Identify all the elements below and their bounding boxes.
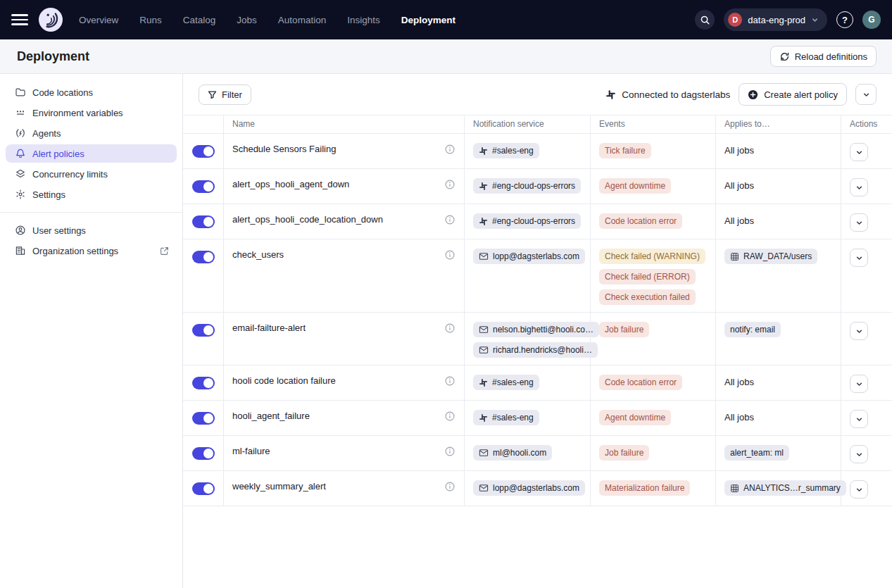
nav-item-insights[interactable]: Insights [347, 15, 380, 25]
info-icon[interactable] [444, 375, 456, 387]
sidebar-item-organization-settings[interactable]: Organization settings [6, 242, 177, 260]
nav-item-overview[interactable]: Overview [79, 15, 118, 25]
sidebar-item-concurrency-limits[interactable]: Concurrency limits [6, 165, 177, 183]
reload-definitions-button[interactable]: Reload definitions [770, 46, 877, 67]
notification-tag: lopp@dagsterlabs.com [473, 480, 585, 496]
info-icon[interactable] [444, 144, 456, 155]
row-actions-button[interactable] [850, 375, 868, 393]
row-actions-button[interactable] [850, 410, 868, 428]
sidebar-item-code-locations[interactable]: Code locations [6, 83, 177, 101]
enable-toggle[interactable] [192, 324, 215, 337]
sidebar-item-label: User settings [32, 225, 86, 236]
row-actions-button[interactable] [850, 480, 868, 499]
notification-tag: richard.hendricks@hooli… [473, 342, 598, 358]
enable-toggle[interactable] [192, 447, 215, 460]
enable-toggle[interactable] [192, 251, 215, 263]
info-icon[interactable] [444, 411, 456, 422]
layers-icon [15, 168, 26, 180]
nav-item-runs[interactable]: Runs [139, 15, 162, 25]
email-icon [479, 448, 489, 458]
search-icon [700, 15, 710, 25]
alert-policy-name: alert_ops_hooli_agent_down [232, 179, 349, 189]
slack-icon [479, 217, 488, 226]
chevron-icon [855, 218, 864, 227]
sidebar-item-user-settings[interactable]: User settings [6, 221, 177, 239]
enable-toggle[interactable] [192, 180, 215, 193]
applies-to-value: All jobs [724, 143, 754, 158]
slack-icon [479, 182, 488, 191]
nav-item-automation[interactable]: Automation [278, 15, 326, 25]
row-actions-button[interactable] [850, 322, 868, 340]
row-actions-button[interactable] [850, 213, 868, 232]
sidebar-item-environment-variables[interactable]: Environment variables [6, 104, 177, 122]
chevron-icon [855, 415, 864, 424]
event-badge: Job failure [599, 445, 649, 461]
user-avatar[interactable]: G [862, 11, 881, 29]
email-icon [479, 251, 489, 261]
notification-tag: lopp@dagsterlabs.com [473, 249, 585, 264]
external-icon [159, 246, 170, 256]
enable-toggle[interactable] [192, 215, 215, 228]
table-row: hooli code location failure#sales-engCod… [183, 365, 892, 401]
event-badge: Code location error [599, 213, 682, 229]
row-actions-button[interactable] [850, 249, 868, 267]
help-button[interactable]: ? [836, 11, 853, 28]
row-actions-button[interactable] [850, 178, 868, 196]
sidebar-item-label: Settings [32, 189, 65, 200]
enable-toggle[interactable] [192, 482, 215, 495]
column-header-applies-to: Applies to… [716, 115, 841, 133]
deployment-switcher[interactable]: D data-eng-prod [724, 8, 827, 31]
applies-to-tag: alert_team: ml [724, 445, 789, 461]
sidebar-item-settings[interactable]: Settings [6, 185, 177, 204]
table-row: weekly_summary_alertlopp@dagsterlabs.com… [183, 471, 892, 506]
chevron-icon [855, 380, 864, 389]
nav-item-catalog[interactable]: Catalog [183, 15, 216, 25]
nav-item-deployment[interactable]: Deployment [401, 15, 456, 25]
event-badge: Job failure [599, 322, 649, 337]
more-actions-button[interactable] [855, 84, 877, 105]
email-icon [479, 483, 489, 493]
chevron-icon [855, 450, 864, 459]
row-actions-button[interactable] [850, 143, 868, 161]
table-header-row: Name Notification service Events Applies… [183, 115, 892, 134]
column-header-actions: Actions [841, 115, 892, 133]
dagster-logo-icon[interactable] [38, 7, 63, 32]
sidebar-item-label: Organization settings [32, 246, 118, 256]
info-icon[interactable] [444, 446, 456, 457]
sidebar-item-agents[interactable]: Agents [6, 124, 177, 142]
info-icon[interactable] [444, 179, 456, 190]
notification-tag: ml@hooli.com [473, 445, 552, 461]
search-button[interactable] [695, 10, 715, 30]
applies-to-value: All jobs [724, 410, 754, 425]
enable-toggle[interactable] [192, 412, 215, 425]
alert-policies-table: Name Notification service Events Applies… [183, 115, 892, 506]
notification-tag: #eng-cloud-ops-errors [473, 213, 581, 229]
hamburger-menu-icon[interactable] [11, 11, 28, 28]
alert-policy-name: hooli_agent_failure [232, 411, 310, 421]
table-row: check_userslopp@dagsterlabs.comCheck fai… [183, 239, 892, 313]
deployment-initial-badge: D [728, 13, 742, 27]
info-icon[interactable] [444, 481, 456, 492]
sidebar-item-alert-policies[interactable]: Alert policies [6, 144, 177, 163]
chevron-icon [855, 254, 864, 263]
sidebar-item-label: Concurrency limits [32, 169, 108, 180]
chevron-down-icon [862, 90, 871, 99]
chevron-icon [855, 183, 864, 192]
org-icon [15, 245, 26, 256]
info-icon[interactable] [444, 249, 456, 261]
info-icon[interactable] [444, 214, 456, 225]
enable-toggle[interactable] [192, 377, 215, 389]
notification-tag: #eng-cloud-ops-errors [473, 178, 581, 194]
applies-to-value: All jobs [724, 375, 754, 390]
alert-policy-name: Schedule Sensors Failing [232, 144, 336, 154]
nav-item-jobs[interactable]: Jobs [237, 15, 257, 25]
email-icon [479, 345, 489, 355]
chevron-down-icon [811, 16, 819, 24]
alert-policy-name: email-failture-alert [232, 323, 306, 333]
info-icon[interactable] [444, 323, 456, 334]
filter-button[interactable]: Filter [199, 85, 251, 105]
row-actions-button[interactable] [850, 445, 868, 463]
alert-policy-name: ml-failure [232, 446, 270, 456]
create-alert-policy-button[interactable]: Create alert policy [739, 83, 847, 106]
enable-toggle[interactable] [192, 145, 215, 158]
